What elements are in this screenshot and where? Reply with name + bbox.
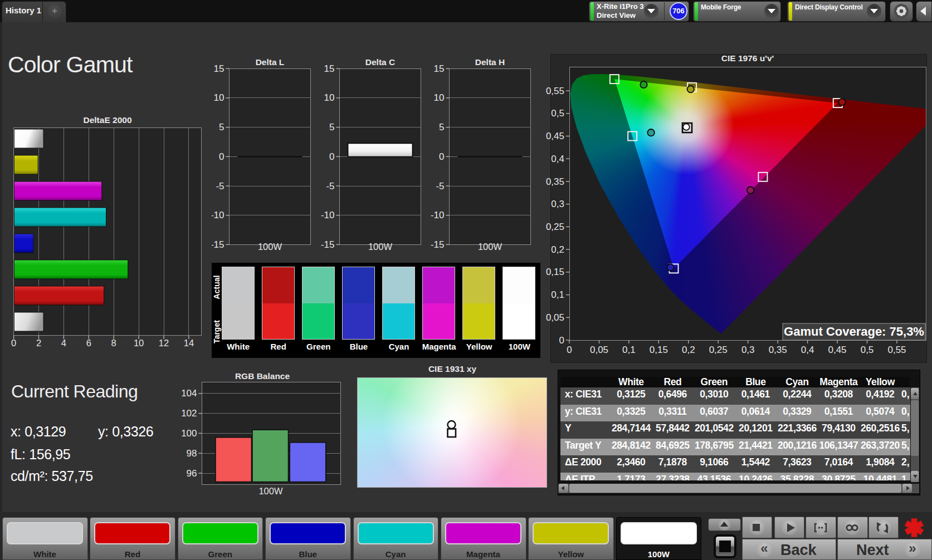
svg-text:2: 2 (36, 338, 41, 348)
svg-text:5: 5 (439, 122, 444, 132)
svg-text:0,15: 0,15 (650, 345, 668, 355)
svg-text:Delta L: Delta L (256, 57, 285, 67)
svg-text:102: 102 (181, 408, 197, 419)
svg-text:5: 5 (219, 122, 224, 132)
svg-text:100W: 100W (478, 242, 502, 252)
svg-text:0,05: 0,05 (590, 345, 608, 355)
svg-text:0: 0 (559, 335, 564, 346)
svg-text:0,5: 0,5 (551, 108, 564, 119)
svg-text:4: 4 (61, 338, 66, 348)
svg-text:RGB Balance: RGB Balance (235, 371, 290, 381)
svg-text:0: 0 (329, 151, 334, 162)
svg-text:0,05: 0,05 (546, 312, 564, 323)
svg-text:0,55: 0,55 (546, 86, 564, 96)
svg-text:15: 15 (214, 63, 225, 74)
svg-text:-5: -5 (326, 181, 334, 191)
svg-text:0,2: 0,2 (682, 345, 695, 355)
svg-text:10: 10 (214, 92, 225, 103)
svg-text:10: 10 (434, 92, 445, 103)
svg-text:0: 0 (567, 345, 572, 355)
svg-text:0,2: 0,2 (551, 244, 564, 255)
svg-text:15: 15 (324, 63, 335, 74)
svg-text:12: 12 (159, 338, 169, 348)
svg-text:-15: -15 (212, 239, 225, 250)
svg-text:0,35: 0,35 (546, 176, 564, 187)
svg-text:0,35: 0,35 (769, 345, 787, 355)
svg-text:0,15: 0,15 (546, 267, 564, 277)
svg-text:-5: -5 (436, 181, 444, 191)
svg-text:5: 5 (329, 122, 334, 132)
svg-text:0: 0 (11, 338, 16, 348)
svg-text:14: 14 (184, 338, 194, 348)
svg-text:0,55: 0,55 (887, 345, 906, 355)
svg-text:0,1: 0,1 (551, 289, 564, 300)
svg-text:-10: -10 (431, 210, 445, 220)
svg-text:-15: -15 (431, 239, 445, 250)
svg-text:-10: -10 (321, 210, 335, 220)
svg-text:98: 98 (187, 448, 197, 459)
svg-text:8: 8 (111, 338, 116, 348)
svg-text:0: 0 (439, 151, 444, 162)
svg-text:10: 10 (134, 338, 144, 348)
svg-text:0: 0 (219, 151, 224, 162)
svg-text:Delta H: Delta H (475, 57, 505, 67)
svg-text:0,3: 0,3 (741, 345, 755, 355)
svg-text:0,25: 0,25 (709, 345, 728, 355)
svg-text:0,1: 0,1 (622, 345, 636, 355)
svg-text:0,45: 0,45 (828, 345, 846, 355)
svg-text:Gamut Coverage: 75,3%: Gamut Coverage: 75,3% (784, 325, 924, 338)
svg-text:Delta C: Delta C (365, 57, 395, 67)
svg-text:0,25: 0,25 (546, 222, 564, 232)
svg-text:CIE 1976 u'v': CIE 1976 u'v' (721, 53, 774, 63)
svg-text:-10: -10 (212, 210, 225, 220)
svg-text:0,4: 0,4 (551, 154, 564, 164)
svg-text:100W: 100W (258, 486, 283, 496)
svg-text:0,3: 0,3 (551, 199, 564, 209)
svg-text:10: 10 (324, 92, 335, 103)
svg-text:0,5: 0,5 (861, 345, 874, 355)
svg-text:100W: 100W (368, 242, 393, 252)
svg-text:15: 15 (434, 63, 445, 74)
svg-text:6: 6 (86, 338, 91, 348)
svg-text:104: 104 (181, 388, 197, 399)
svg-text:0,4: 0,4 (801, 345, 814, 355)
svg-text:DeltaE 2000: DeltaE 2000 (83, 115, 131, 125)
svg-text:96: 96 (187, 468, 197, 479)
svg-text:-15: -15 (321, 239, 335, 250)
svg-text:0,45: 0,45 (546, 131, 564, 141)
svg-text:100: 100 (181, 428, 197, 439)
svg-text:100W: 100W (258, 242, 282, 252)
svg-text:-5: -5 (216, 181, 224, 191)
